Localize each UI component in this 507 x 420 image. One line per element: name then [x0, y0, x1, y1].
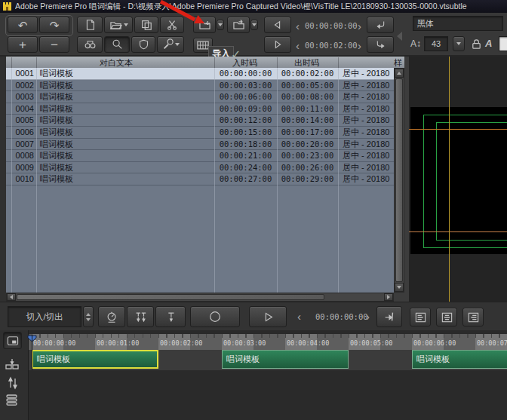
record-mode-combo[interactable]: 切入/切出: [8, 306, 81, 327]
table-row[interactable]: 0005唱词模板00:00:12:0000:00:14:00居中 - 20180: [6, 115, 394, 127]
settings-dropdown-caret[interactable]: [175, 43, 180, 46]
cell-num[interactable]: 0008: [11, 150, 36, 161]
cell-out[interactable]: 00:00:11:00: [277, 103, 338, 115]
monitor-toggle-button[interactable]: [3, 332, 22, 349]
mode-spinner[interactable]: [83, 306, 94, 327]
cell-text[interactable]: 唱词模板: [36, 127, 214, 138]
cell-style[interactable]: 居中 - 20180: [338, 115, 394, 126]
cell-in[interactable]: 00:00:00:00: [214, 68, 277, 79]
table-row[interactable]: 0001唱词模板00:00:00:0000:00:02:00居中 - 20180: [6, 68, 394, 80]
insert-clip-icon[interactable]: [5, 357, 20, 372]
table-row[interactable]: 0009唱词模板00:00:24:0000:00:26:00居中 - 20180: [6, 162, 394, 174]
italic-icon[interactable]: A: [485, 38, 492, 49]
cell-num[interactable]: 0003: [11, 91, 36, 103]
protect-button[interactable]: [131, 36, 155, 53]
jump-out-button[interactable]: [367, 36, 394, 53]
row-gutter[interactable]: [6, 91, 11, 103]
cell-num[interactable]: 0004: [11, 103, 36, 115]
step-back-button[interactable]: [264, 17, 291, 33]
cell-style[interactable]: 居中 - 20180: [338, 68, 394, 79]
cell-style[interactable]: 居中 - 20180: [338, 80, 394, 91]
cell-num[interactable]: 0009: [11, 162, 36, 173]
subtitle-clip[interactable]: 唱词模板: [412, 350, 507, 369]
align-center-button[interactable]: [436, 308, 457, 326]
in-time-prev[interactable]: ‹: [296, 20, 300, 32]
export-dropdown-button[interactable]: [250, 20, 258, 30]
export-button[interactable]: [227, 17, 250, 33]
cell-num[interactable]: 0010: [11, 173, 36, 185]
out-time-prev[interactable]: ‹: [296, 40, 300, 51]
play-row-button[interactable]: [264, 36, 291, 53]
cell-num[interactable]: 0007: [11, 139, 36, 150]
tap-in-out-button[interactable]: [127, 306, 154, 327]
table-vscrollbar[interactable]: [394, 68, 404, 293]
subtitle-clip[interactable]: 唱词模板: [222, 350, 349, 369]
out-timecode-display[interactable]: 00:00:02:00: [305, 41, 358, 50]
cell-style[interactable]: 居中 - 20180: [338, 103, 394, 115]
align-right-button[interactable]: [462, 308, 484, 326]
cell-num[interactable]: 0002: [11, 80, 36, 91]
cell-in[interactable]: 00:00:06:00: [214, 91, 277, 103]
import-dropdown-button[interactable]: [217, 20, 224, 30]
cell-num[interactable]: 0006: [11, 127, 36, 138]
row-gutter[interactable]: [6, 103, 11, 115]
col-out[interactable]: 出时码: [294, 57, 319, 69]
row-gutter[interactable]: [6, 115, 11, 126]
col-in[interactable]: 入时码: [232, 57, 257, 69]
settings-button[interactable]: [157, 36, 184, 53]
table-hscrollbar[interactable]: [6, 293, 394, 302]
cell-out[interactable]: 00:00:02:00: [277, 68, 338, 79]
record-button[interactable]: [190, 306, 240, 327]
cell-num[interactable]: 0005: [11, 115, 36, 126]
cell-out[interactable]: 00:00:14:00: [277, 115, 338, 126]
cell-text[interactable]: 唱词模板: [36, 103, 214, 115]
cell-text[interactable]: 唱词模板: [36, 115, 214, 126]
hscroll-thumb[interactable]: [17, 294, 324, 300]
collapse-panel-arrow[interactable]: [397, 32, 402, 41]
table-row[interactable]: 0007唱词模板00:00:18:0000:00:20:00居中 - 20180: [6, 139, 394, 151]
cell-style[interactable]: 居中 - 20180: [338, 150, 394, 161]
font-size-field[interactable]: 43: [424, 36, 448, 51]
new-file-button[interactable]: [77, 17, 103, 33]
remove-row-button[interactable]: −: [39, 36, 69, 53]
cell-text[interactable]: 唱词模板: [36, 91, 214, 103]
row-gutter[interactable]: [6, 68, 11, 79]
redo-button[interactable]: ↷: [39, 17, 69, 33]
row-gutter[interactable]: [6, 80, 11, 91]
table-row[interactable]: 0010唱词模板00:00:27:0000:00:29:00居中 - 20180: [6, 173, 394, 185]
align-left-button[interactable]: [410, 308, 431, 326]
lock-icon[interactable]: [471, 38, 482, 50]
cell-out[interactable]: 00:00:08:00: [277, 91, 338, 103]
cell-out[interactable]: 00:00:05:00: [277, 80, 338, 91]
vscroll-thumb[interactable]: [395, 78, 403, 282]
cell-in[interactable]: 00:00:12:00: [214, 115, 277, 126]
cell-in[interactable]: 00:00:24:00: [214, 162, 277, 173]
timeline-ruler[interactable]: 00:00:00:0000:00:01:0000:00:02:0000:00:0…: [29, 334, 507, 350]
timeline-track[interactable]: 唱词模板唱词模板唱词模板: [29, 350, 507, 370]
row-gutter[interactable]: [6, 150, 11, 161]
cell-out[interactable]: 00:00:26:00: [277, 162, 338, 173]
table-row[interactable]: 0002唱词模板00:00:03:0000:00:05:00居中 - 20180: [6, 80, 394, 92]
cell-text[interactable]: 唱词模板: [36, 173, 214, 185]
table-row[interactable]: 0006唱词模板00:00:15:0000:00:17:00居中 - 20180: [6, 127, 394, 139]
add-row-button[interactable]: +: [8, 36, 38, 53]
table-row[interactable]: 0008唱词模板00:00:21:0000:00:23:00居中 - 20180: [6, 150, 394, 162]
timecode-next[interactable]: ›: [366, 311, 370, 322]
row-gutter[interactable]: [6, 127, 11, 138]
find-button[interactable]: [77, 36, 103, 53]
layers-icon[interactable]: [5, 394, 19, 407]
row-gutter[interactable]: [6, 139, 11, 150]
cell-in[interactable]: 00:00:21:00: [214, 150, 277, 161]
updown-arrows-icon[interactable]: [6, 376, 20, 391]
cell-text[interactable]: 唱词模板: [36, 139, 214, 150]
cell-out[interactable]: 00:00:29:00: [277, 173, 338, 185]
out-time-next[interactable]: ›: [358, 40, 361, 51]
col-style[interactable]: 样: [394, 57, 402, 69]
open-dropdown-caret[interactable]: [124, 23, 128, 26]
row-gutter[interactable]: [6, 162, 11, 173]
playhead-timecode[interactable]: 00:00:00:00: [315, 312, 368, 321]
font-color-swatch[interactable]: [499, 36, 507, 51]
cell-text[interactable]: 唱词模板: [36, 68, 214, 79]
cell-in[interactable]: 00:00:09:00: [214, 103, 277, 115]
cell-out[interactable]: 00:00:20:00: [277, 139, 338, 150]
